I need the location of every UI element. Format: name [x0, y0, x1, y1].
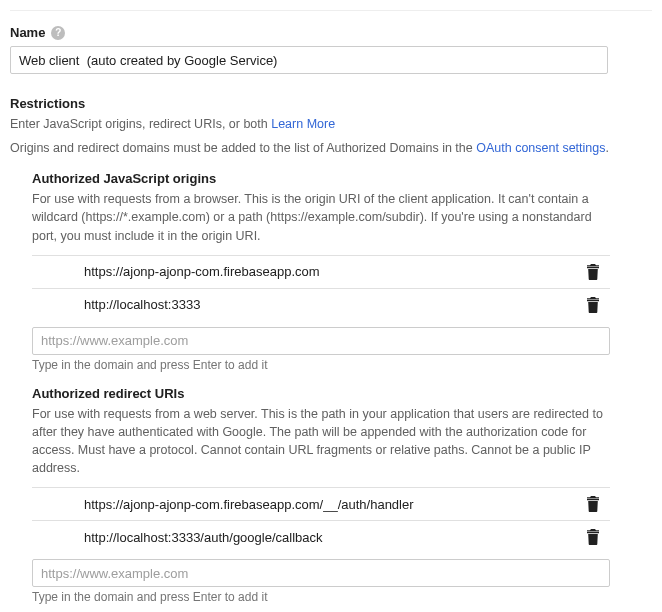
redirect-uri-value: https://ajonp-ajonp-com.firebaseapp.com/… [84, 497, 414, 512]
js-origins-title: Authorized JavaScript origins [32, 171, 652, 186]
js-origin-value: https://ajonp-ajonp-com.firebaseapp.com [84, 264, 320, 279]
name-input[interactable] [10, 46, 608, 74]
redirect-uris-desc: For use with requests from a web server.… [32, 405, 612, 478]
redirect-uri-row: http://localhost:3333/auth/google/callba… [32, 520, 610, 553]
help-icon[interactable]: ? [51, 26, 65, 40]
restrictions-desc-2a: Origins and redirect domains must be add… [10, 141, 476, 155]
trash-icon[interactable] [586, 264, 600, 280]
js-origins-list: https://ajonp-ajonp-com.firebaseapp.com … [32, 255, 610, 321]
restrictions-title: Restrictions [10, 96, 652, 111]
js-origin-value: http://localhost:3333 [84, 297, 200, 312]
restrictions-desc-1: Enter JavaScript origins, redirect URIs,… [10, 115, 652, 133]
js-origin-hint: Type in the domain and press Enter to ad… [32, 358, 610, 372]
js-origin-add-input[interactable] [32, 327, 610, 355]
restrictions-desc-2: Origins and redirect domains must be add… [10, 139, 652, 157]
trash-icon[interactable] [586, 529, 600, 545]
learn-more-link[interactable]: Learn More [271, 117, 335, 131]
js-origins-desc: For use with requests from a browser. Th… [32, 190, 612, 244]
restrictions-desc-2b: . [605, 141, 608, 155]
js-origins-block: Authorized JavaScript origins For use wi… [32, 171, 652, 371]
redirect-uri-hint: Type in the domain and press Enter to ad… [32, 590, 610, 604]
top-divider [10, 10, 652, 11]
redirect-uris-list: https://ajonp-ajonp-com.firebaseapp.com/… [32, 487, 610, 553]
oauth-consent-link[interactable]: OAuth consent settings [476, 141, 605, 155]
redirect-uris-title: Authorized redirect URIs [32, 386, 652, 401]
name-label: Name [10, 25, 45, 40]
redirect-uris-block: Authorized redirect URIs For use with re… [32, 386, 652, 605]
js-origin-row: http://localhost:3333 [32, 288, 610, 321]
restrictions-desc-text: Enter JavaScript origins, redirect URIs,… [10, 117, 271, 131]
js-origin-add-wrap: Type in the domain and press Enter to ad… [32, 327, 610, 372]
name-label-row: Name ? [10, 25, 652, 40]
trash-icon[interactable] [586, 297, 600, 313]
trash-icon[interactable] [586, 496, 600, 512]
js-origin-row: https://ajonp-ajonp-com.firebaseapp.com [32, 255, 610, 288]
redirect-uri-row: https://ajonp-ajonp-com.firebaseapp.com/… [32, 487, 610, 520]
redirect-uri-add-wrap: Type in the domain and press Enter to ad… [32, 559, 610, 604]
redirect-uri-value: http://localhost:3333/auth/google/callba… [84, 530, 323, 545]
redirect-uri-add-input[interactable] [32, 559, 610, 587]
